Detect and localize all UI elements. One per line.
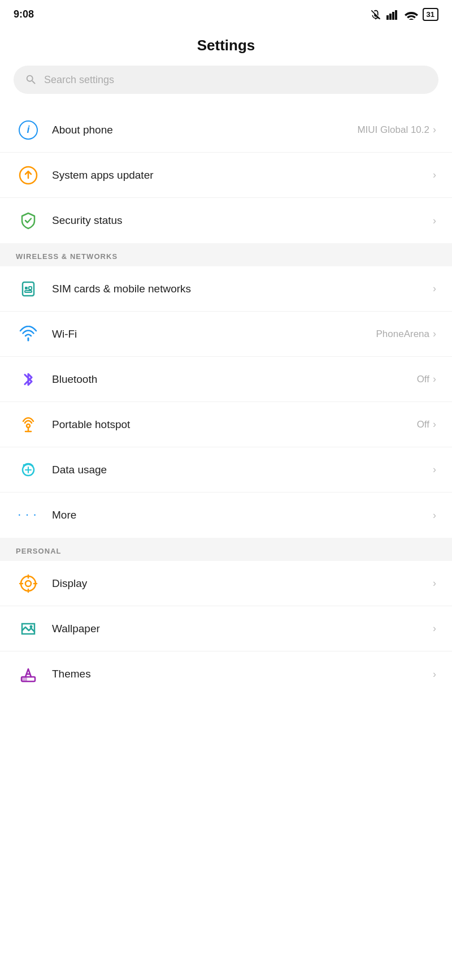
- settings-row-display[interactable]: Display ›: [0, 561, 452, 606]
- sim-icon: [16, 277, 41, 301]
- more-label: More: [52, 509, 76, 521]
- about-phone-label: About phone: [52, 124, 113, 136]
- display-label: Display: [52, 577, 87, 590]
- svg-rect-1: [389, 14, 392, 20]
- shield-security-icon: [16, 208, 41, 233]
- wifi-icon: [16, 322, 41, 347]
- wallpaper-icon: [16, 616, 41, 641]
- settings-row-wallpaper[interactable]: Wallpaper ›: [0, 606, 452, 651]
- chevron-icon: ›: [433, 668, 436, 680]
- system-apps-updater-label: System apps updater: [52, 169, 154, 182]
- wireless-networks-header: WIRELESS & NETWORKS: [0, 243, 452, 266]
- settings-row-sim-cards[interactable]: SIM cards & mobile networks ›: [0, 266, 452, 312]
- display-icon: [16, 571, 41, 596]
- settings-row-wifi[interactable]: Wi-Fi PhoneArena ›: [0, 312, 452, 357]
- settings-row-system-apps-updater[interactable]: System apps updater ›: [0, 153, 452, 198]
- chevron-icon: ›: [433, 328, 436, 340]
- svg-point-18: [30, 625, 33, 628]
- bluetooth-label: Bluetooth: [52, 373, 97, 386]
- search-icon: [25, 74, 37, 86]
- search-placeholder: Search settings: [44, 74, 114, 86]
- svg-rect-0: [386, 15, 389, 20]
- status-time: 9:08: [14, 8, 34, 20]
- status-bar: 9:08 31: [0, 0, 452, 27]
- battery-indicator: 31: [423, 8, 438, 21]
- wifi-status-icon: [405, 10, 418, 20]
- mute-icon: [370, 8, 382, 21]
- svg-rect-8: [25, 291, 32, 292]
- settings-row-security-status[interactable]: Security status ›: [0, 198, 452, 243]
- status-icons: 31: [370, 8, 438, 21]
- personal-section: PERSONAL Display ›: [0, 538, 452, 697]
- chevron-icon: ›: [433, 169, 436, 181]
- more-icon: • • •: [16, 503, 41, 528]
- chevron-icon: ›: [433, 124, 436, 136]
- security-status-label: Security status: [52, 214, 123, 227]
- svg-rect-6: [25, 287, 28, 290]
- svg-rect-7: [29, 287, 32, 290]
- chevron-icon: ›: [433, 373, 436, 385]
- chevron-icon: ›: [433, 510, 436, 521]
- svg-point-13: [25, 581, 31, 586]
- data-usage-icon: [16, 457, 41, 482]
- themes-label: Themes: [52, 668, 91, 680]
- chevron-icon: ›: [433, 283, 436, 295]
- page-title: Settings: [0, 27, 452, 66]
- signal-icon: [386, 10, 400, 20]
- wifi-value: PhoneArena: [376, 329, 429, 340]
- hotspot-icon: [16, 412, 41, 437]
- chevron-icon: ›: [433, 577, 436, 589]
- svg-rect-2: [392, 12, 394, 20]
- svg-rect-20: [21, 677, 27, 681]
- top-settings-group: i About phone MIUI Global 10.2 › System …: [0, 107, 452, 243]
- wireless-networks-section: WIRELESS & NETWORKS SIM cards & mobile n…: [0, 243, 452, 538]
- settings-row-about-phone[interactable]: i About phone MIUI Global 10.2 ›: [0, 107, 452, 153]
- bluetooth-value: Off: [417, 374, 429, 385]
- settings-row-themes[interactable]: Themes ›: [0, 651, 452, 697]
- settings-row-bluetooth[interactable]: Bluetooth Off ›: [0, 357, 452, 402]
- info-icon: i: [16, 118, 41, 143]
- chevron-icon: ›: [433, 623, 436, 634]
- themes-icon: [16, 662, 41, 687]
- chevron-icon: ›: [433, 418, 436, 430]
- hotspot-value: Off: [417, 419, 429, 430]
- search-bar[interactable]: Search settings: [14, 66, 438, 94]
- bluetooth-icon: [16, 367, 41, 392]
- settings-row-data-usage[interactable]: Data usage ›: [0, 447, 452, 493]
- personal-header: PERSONAL: [0, 538, 452, 561]
- sim-cards-label: SIM cards & mobile networks: [52, 283, 191, 295]
- upload-icon: [16, 163, 41, 188]
- settings-row-portable-hotspot[interactable]: Portable hotspot Off ›: [0, 402, 452, 447]
- svg-rect-3: [395, 10, 397, 20]
- search-bar-container: Search settings: [0, 66, 452, 107]
- settings-row-more[interactable]: • • • More ›: [0, 493, 452, 538]
- chevron-icon: ›: [433, 464, 436, 476]
- about-phone-value: MIUI Global 10.2: [357, 124, 429, 136]
- data-usage-label: Data usage: [52, 464, 107, 476]
- portable-hotspot-label: Portable hotspot: [52, 418, 130, 431]
- wifi-label: Wi-Fi: [52, 328, 77, 340]
- chevron-icon: ›: [433, 215, 436, 227]
- wallpaper-label: Wallpaper: [52, 623, 100, 635]
